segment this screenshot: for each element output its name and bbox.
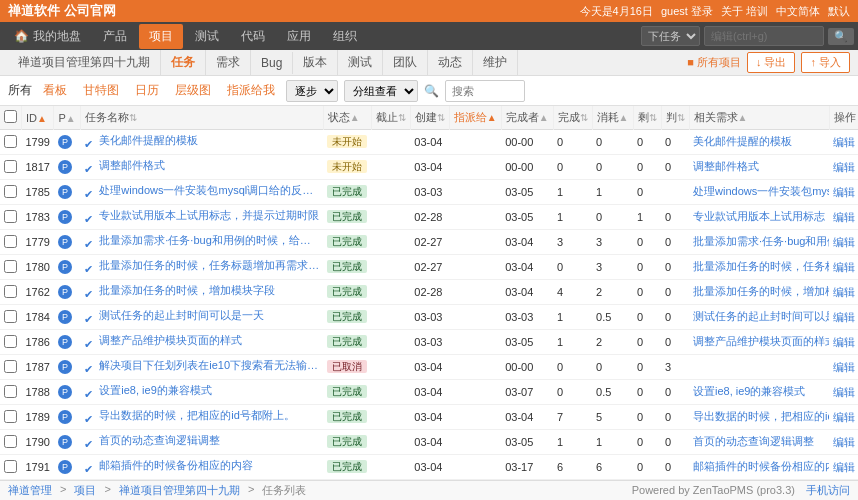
footer-link-project[interactable]: 项目: [74, 483, 96, 498]
task-name-link[interactable]: 处理windows一件安装包mysql调口给的反值查询题: [99, 183, 319, 198]
subnav-task[interactable]: 任务: [161, 50, 206, 75]
task-name-link[interactable]: 测试任务的起止封时间可以是一天: [99, 308, 264, 323]
edit-link[interactable]: 编辑: [833, 211, 855, 223]
task-filter-search[interactable]: [445, 80, 525, 102]
subnav-team[interactable]: 团队: [383, 50, 428, 75]
edit-link[interactable]: 编辑: [833, 436, 855, 448]
footer-mobile[interactable]: 手机访问: [806, 484, 850, 496]
related-link[interactable]: 调整产品维护模块页面的样式: [693, 334, 829, 349]
nav-project[interactable]: 项目: [139, 24, 183, 49]
edit-link[interactable]: 编辑: [833, 411, 855, 423]
related-link[interactable]: 处理windows一件安装包mysql调口给的反值: [693, 184, 829, 199]
export-button[interactable]: ↓ 导出: [747, 52, 796, 73]
row-checkbox[interactable]: [0, 255, 22, 280]
row-checkbox[interactable]: [0, 455, 22, 480]
group-select[interactable]: 分组查看: [344, 80, 418, 102]
task-name-link[interactable]: 专业款试用版本上试用标志，并提示过期时限: [99, 208, 319, 223]
top-search-button[interactable]: 🔍: [828, 28, 854, 45]
row-checkbox[interactable]: [0, 405, 22, 430]
row-checkbox[interactable]: [0, 230, 22, 255]
related-link[interactable]: 调整邮件格式: [693, 159, 759, 174]
edit-link[interactable]: 编辑: [833, 386, 855, 398]
row-checkbox[interactable]: [0, 155, 22, 180]
subnav-overview[interactable]: 禅道项目管理第四十九期: [8, 50, 161, 75]
task-name-link[interactable]: 首页的动态查询逻辑调整: [99, 433, 220, 448]
row-checkbox[interactable]: [0, 430, 22, 455]
related-link[interactable]: 批量添加任务的时候，增加模块字: [693, 284, 829, 299]
top-account[interactable]: 默认: [828, 4, 850, 19]
row-checkbox[interactable]: [0, 130, 22, 155]
filter-assigned[interactable]: 指派给我: [222, 80, 280, 101]
footer-link-admin[interactable]: 禅道管理: [8, 483, 52, 498]
footer-link-project-name[interactable]: 禅道项目管理第四十九期: [119, 483, 240, 498]
nav-app[interactable]: 应用: [277, 24, 321, 49]
header-status[interactable]: 状态▲: [323, 106, 371, 130]
task-name-link[interactable]: 解决项目下任划列表在ie10下搜索看无法输入数据: [99, 358, 319, 373]
related-link[interactable]: 专业款试用版本上试用标志，并提示过期时: [693, 209, 829, 224]
row-checkbox[interactable]: [0, 380, 22, 405]
edit-link[interactable]: 编辑: [833, 161, 855, 173]
select-all-checkbox[interactable]: [4, 110, 17, 123]
filter-calendar[interactable]: 日历: [130, 80, 164, 101]
task-name-link[interactable]: 批量添加任务的时候，增加模块字段: [99, 283, 275, 298]
top-user[interactable]: guest 登录: [661, 4, 713, 19]
task-name-link[interactable]: 邮箱插件的时候备份相应的内容: [99, 458, 253, 473]
task-name-link[interactable]: 调整产品维护模块页面的样式: [99, 333, 242, 348]
top-lang[interactable]: 中文简体: [776, 4, 820, 19]
header-related[interactable]: 相关需求▲: [689, 106, 829, 130]
edit-link[interactable]: 编辑: [833, 236, 855, 248]
edit-link[interactable]: 编辑: [833, 261, 855, 273]
nav-code[interactable]: 代码: [231, 24, 275, 49]
related-link[interactable]: 邮箱插件的时候备份相应的内容: [693, 459, 829, 474]
related-link[interactable]: 首页的动态查询逻辑调整: [693, 434, 814, 449]
row-checkbox[interactable]: [0, 355, 22, 380]
edit-link[interactable]: 编辑: [833, 186, 855, 198]
row-checkbox[interactable]: [0, 205, 22, 230]
task-name-link[interactable]: 设置ie8, ie9的兼容模式: [99, 383, 211, 398]
edit-link[interactable]: 编辑: [833, 311, 855, 323]
edit-link[interactable]: 编辑: [833, 361, 855, 373]
subnav-dynamic[interactable]: 动态: [428, 50, 473, 75]
edit-link[interactable]: 编辑: [833, 286, 855, 298]
subnav-test[interactable]: 测试: [338, 50, 383, 75]
header-left[interactable]: 剩⇅: [633, 106, 661, 130]
edit-link[interactable]: 编辑: [833, 461, 855, 473]
header-assigned[interactable]: 指派给▲: [449, 106, 501, 130]
step-select[interactable]: 逐步: [286, 80, 338, 102]
nav-my[interactable]: 🏠 我的地盘: [4, 24, 91, 49]
related-link[interactable]: 导出数据的时候，把相应的id号都: [693, 409, 829, 424]
filter-hierarchy[interactable]: 层级图: [170, 80, 216, 101]
task-name-link[interactable]: 导出数据的时候，把相应的id号都附上。: [99, 408, 295, 423]
related-link[interactable]: 批量添加任务的时候，任务标题增加对应需求: [693, 259, 829, 274]
nav-test[interactable]: 测试: [185, 24, 229, 49]
nav-org[interactable]: 组织: [323, 24, 367, 49]
task-search-input[interactable]: [704, 26, 824, 46]
subnav-version[interactable]: 版本: [293, 50, 338, 75]
row-checkbox[interactable]: [0, 180, 22, 205]
header-consumed[interactable]: 消耗▲: [592, 106, 633, 130]
task-name-link[interactable]: 美化邮件提醒的模板: [99, 133, 198, 148]
edit-link[interactable]: 编辑: [833, 136, 855, 148]
filter-kanban[interactable]: 看板: [38, 80, 72, 101]
subnav-maintain[interactable]: 维护: [473, 50, 518, 75]
header-finish[interactable]: 完成⇅: [553, 106, 592, 130]
row-checkbox[interactable]: [0, 330, 22, 355]
related-link[interactable]: 测试任务的起止封时间可以是一天: [693, 309, 829, 324]
task-type-select[interactable]: 下任务: [641, 26, 700, 46]
import-button[interactable]: ↑ 导入: [801, 52, 850, 73]
task-name-link[interactable]: 批量添加任务的时候，任务标题增加再需求功能: [99, 258, 319, 273]
header-checkbox[interactable]: [0, 106, 22, 130]
header-created[interactable]: 创建⇅: [410, 106, 449, 130]
subnav-bug[interactable]: Bug: [251, 52, 293, 74]
related-link[interactable]: 设置ie8, ie9的兼容模式: [693, 384, 805, 399]
task-name-link[interactable]: 调整邮件格式: [99, 158, 165, 173]
nav-product[interactable]: 产品: [93, 24, 137, 49]
header-deadline[interactable]: 截止⇅: [371, 106, 410, 130]
filter-gantt[interactable]: 甘特图: [78, 80, 124, 101]
header-p[interactable]: P▲: [54, 106, 80, 130]
header-id[interactable]: ID▲: [22, 106, 54, 130]
task-name-link[interactable]: 批量添加需求·任务·bug和用例的时候，给循行处理为: [99, 233, 319, 248]
related-link[interactable]: 批量添加需求·任务·bug和用例: [693, 234, 829, 249]
logo[interactable]: 禅道软件 公司官网: [8, 2, 116, 20]
header-completed[interactable]: 完成者▲: [501, 106, 553, 130]
